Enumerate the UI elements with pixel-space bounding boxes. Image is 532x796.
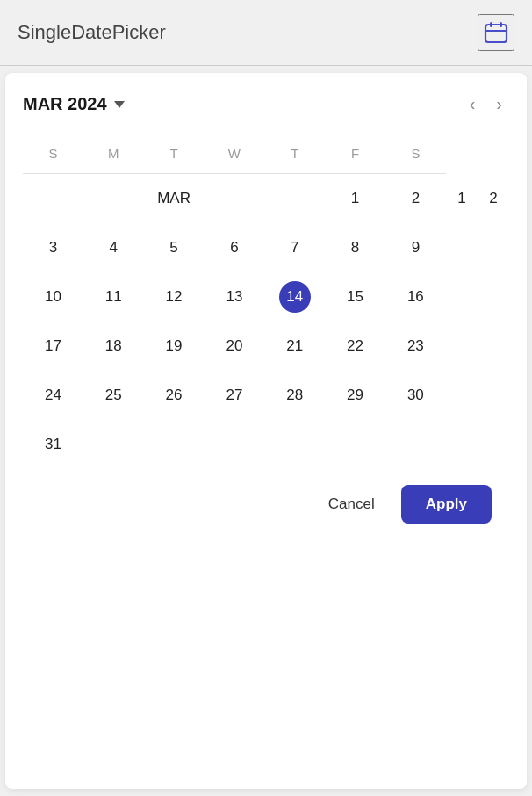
day-cell[interactable]: 6 xyxy=(204,223,264,272)
weekday-fri: F xyxy=(325,139,385,174)
next-month-button[interactable]: › xyxy=(489,90,509,118)
weekday-sun: S xyxy=(23,139,83,174)
calendar-week-row: MAR1212 xyxy=(23,174,509,224)
day-cell[interactable]: 14 xyxy=(264,272,325,322)
day-cell[interactable]: 19 xyxy=(144,322,205,371)
nav-arrows: ‹ › xyxy=(463,90,509,118)
day-cell[interactable]: 7 xyxy=(264,223,325,272)
day-cell[interactable]: 16 xyxy=(385,272,446,322)
day-cell[interactable]: 15 xyxy=(325,272,385,322)
day-cell[interactable]: 17 xyxy=(23,322,83,371)
calendar-week-row: 3456789 xyxy=(23,223,509,272)
empty-cell xyxy=(385,420,446,469)
calendar-grid: S M T W T F S MAR12123456789101112131415… xyxy=(23,139,509,469)
day-cell[interactable]: 1 xyxy=(446,174,478,224)
weekday-wed: W xyxy=(204,139,264,174)
day-cell[interactable]: 2 xyxy=(478,174,509,224)
empty-cell xyxy=(325,420,385,469)
empty-cell xyxy=(144,420,205,469)
svg-rect-0 xyxy=(485,25,507,42)
day-cell[interactable]: 29 xyxy=(325,371,385,420)
day-cell[interactable]: 9 xyxy=(385,223,446,272)
month-year-label: MAR 2024 xyxy=(23,94,107,114)
calendar-week-row: 10111213141516 xyxy=(23,272,509,322)
day-cell[interactable]: 11 xyxy=(83,272,144,322)
day-cell[interactable]: 10 xyxy=(23,272,83,322)
month-year-dropdown[interactable]: MAR 2024 xyxy=(23,94,125,114)
calendar-week-row: 17181920212223 xyxy=(23,322,509,371)
day-cell[interactable]: 4 xyxy=(83,223,144,272)
header-divider xyxy=(0,65,532,66)
svg-rect-1 xyxy=(490,22,492,27)
day-cell[interactable]: 3 xyxy=(23,223,83,272)
day-cell[interactable]: 5 xyxy=(144,223,205,272)
app-title: SingleDatePicker xyxy=(18,21,166,44)
weekday-tue: T xyxy=(144,139,205,174)
calendar-icon-button[interactable] xyxy=(478,14,514,51)
day-cell[interactable]: 23 xyxy=(385,322,446,371)
day-cell[interactable]: 18 xyxy=(83,322,144,371)
day-cell[interactable]: 20 xyxy=(204,322,264,371)
weekday-header-row: S M T W T F S xyxy=(23,139,509,174)
day-cell[interactable]: 25 xyxy=(83,371,144,420)
day-cell[interactable]: 13 xyxy=(204,272,264,322)
footer: Cancel Apply xyxy=(23,469,509,538)
app-header: SingleDatePicker xyxy=(0,0,532,65)
day-cell[interactable]: 12 xyxy=(144,272,205,322)
day-cell[interactable]: 1 xyxy=(325,174,385,224)
day-cell[interactable]: 27 xyxy=(204,371,264,420)
cancel-button[interactable]: Cancel xyxy=(313,487,391,522)
day-cell[interactable]: 28 xyxy=(264,371,325,420)
empty-cell xyxy=(264,420,325,469)
empty-cell xyxy=(204,420,264,469)
day-cell[interactable]: 24 xyxy=(23,371,83,420)
weekday-thu: T xyxy=(264,139,325,174)
weekday-mon: M xyxy=(83,139,144,174)
chevron-down-icon xyxy=(114,101,125,108)
apply-button[interactable]: Apply xyxy=(401,485,492,524)
day-cell[interactable]: 8 xyxy=(325,223,385,272)
weekday-sat: S xyxy=(385,139,446,174)
day-cell[interactable]: 21 xyxy=(264,322,325,371)
day-cell[interactable]: 22 xyxy=(325,322,385,371)
day-cell[interactable]: 30 xyxy=(385,371,446,420)
svg-rect-2 xyxy=(500,22,502,27)
calendar-icon xyxy=(484,20,508,45)
calendar-container: MAR 2024 ‹ › S M T W T F S MAR1212345678… xyxy=(5,73,527,789)
day-cell[interactable]: 26 xyxy=(144,371,205,420)
day-cell[interactable]: 31 xyxy=(23,420,83,469)
prev-month-button[interactable]: ‹ xyxy=(463,90,483,118)
empty-cell xyxy=(83,420,144,469)
calendar-week-row: 24252627282930 xyxy=(23,371,509,420)
day-cell[interactable]: 2 xyxy=(385,174,446,224)
month-row-label: MAR xyxy=(23,174,325,224)
calendar-week-row: 31 xyxy=(23,420,509,469)
calendar-nav: MAR 2024 ‹ › xyxy=(23,90,509,118)
